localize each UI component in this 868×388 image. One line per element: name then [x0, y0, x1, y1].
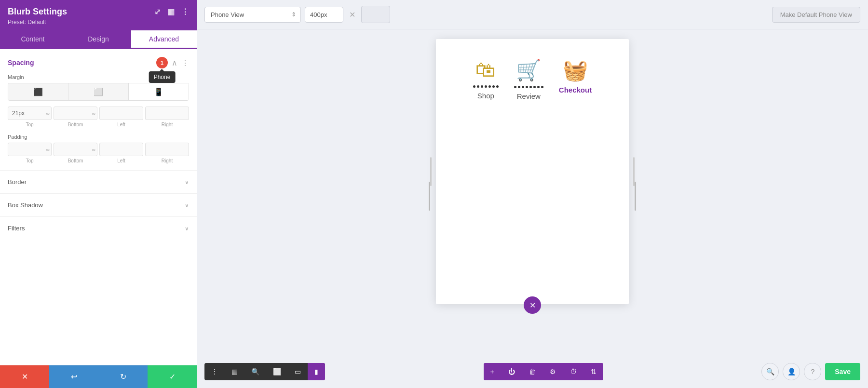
user-circle-btn[interactable]: 👤 [783, 363, 800, 380]
spacing-title: Spacing [8, 59, 34, 67]
view-select-wrapper: Phone View Desktop View Tablet View ⇕ [204, 7, 301, 23]
confirm-button[interactable]: ✓ [148, 365, 197, 388]
drag-handle-left[interactable] [430, 157, 432, 186]
shop-dots [473, 85, 499, 88]
phone-btn[interactable]: 📱 [129, 83, 189, 100]
center-delete-btn[interactable]: 🗑 [522, 363, 542, 380]
blurb-shop: 🛍 Shop [465, 58, 506, 100]
padding-bottom-input[interactable] [54, 143, 97, 156]
padding-top-input[interactable] [8, 143, 52, 156]
panel-title-row: Blurb Settings ⤢ ▦ ⋮ [8, 7, 189, 17]
checkout-label: Checkout [559, 86, 592, 94]
padding-inputs: ∞ ∞ [8, 143, 189, 156]
margin-top-input[interactable] [8, 107, 52, 120]
search-circle-btn[interactable]: 🔍 [761, 363, 779, 380]
review-dots [514, 86, 543, 88]
view-select[interactable]: Phone View Desktop View Tablet View [204, 7, 301, 23]
margin-left-input[interactable] [99, 107, 143, 120]
padding-right-input[interactable] [145, 143, 189, 156]
left-panel: Blurb Settings ⤢ ▦ ⋮ Preset: Default Con… [0, 0, 197, 388]
outer-drag-handle-right[interactable] [635, 182, 636, 211]
help-circle-btn[interactable]: ? [804, 363, 821, 380]
center-arrange-btn[interactable]: ⇅ [584, 363, 603, 380]
link-icon-pad-bottom[interactable]: ∞ [92, 147, 95, 152]
panel-body: Spacing 1 Phone ∧ ⋮ Margin ⬛ ⬜ 📱 [0, 49, 197, 365]
margin-bottom-group: ∞ [54, 107, 97, 120]
phone-badge-wrapper: 1 Phone [156, 57, 168, 68]
padding-left-input[interactable] [99, 143, 143, 156]
box-shadow-header[interactable]: Box Shadow ∨ [0, 194, 197, 216]
shop-label: Shop [477, 92, 494, 100]
toolbar-desktop-btn[interactable]: ⬜ [266, 363, 288, 380]
spacing-more[interactable]: ⋮ [181, 58, 189, 67]
checkout-icon: 🧺 [563, 58, 588, 82]
width-input[interactable] [305, 7, 343, 23]
undo-button[interactable]: ↩ [49, 365, 98, 388]
desktop-btn[interactable]: ⬛ [8, 83, 68, 100]
expand-icon[interactable]: ⤢ [154, 7, 161, 16]
toolbar-grid-btn[interactable]: ▦ [225, 363, 244, 380]
make-default-button[interactable]: Make Default Phone View [772, 7, 860, 23]
margin-right-input[interactable] [145, 107, 189, 120]
border-section: Border ∨ [0, 170, 197, 193]
border-arrow: ∨ [185, 179, 189, 186]
padding-right-group [145, 143, 189, 156]
margin-top-group: ∞ [8, 107, 52, 120]
toolbar-search-btn[interactable]: 🔍 [244, 363, 266, 380]
border-header[interactable]: Border ∨ [0, 171, 197, 193]
filters-arrow: ∨ [185, 225, 189, 232]
filters-header[interactable]: Filters ∨ [0, 217, 197, 240]
left-toolbar: ⋮ ▦ 🔍 ⬜ ▭ ▮ [204, 363, 325, 380]
center-add-btn[interactable]: + [484, 363, 501, 380]
link-icon-pad-top[interactable]: ∞ [46, 147, 50, 152]
canvas-close-button[interactable]: ✕ [524, 296, 541, 314]
save-button[interactable]: Save [825, 363, 860, 380]
device-buttons-margin: ⬛ ⬜ 📱 [8, 83, 189, 101]
center-settings-btn[interactable]: ⚙ [543, 363, 563, 380]
box-shadow-arrow: ∨ [185, 202, 189, 209]
canvas-area: 🛍 Shop 🛒 [197, 29, 868, 363]
redo-button[interactable]: ↻ [98, 365, 148, 388]
box-shadow-title: Box Shadow [8, 201, 43, 209]
tablet-btn[interactable]: ⬜ [68, 83, 129, 100]
color-swatch[interactable] [361, 6, 390, 23]
center-power-btn[interactable]: ⏻ [502, 363, 522, 380]
center-timer-btn[interactable]: ⏱ [563, 363, 583, 380]
panel-title-icons: ⤢ ▦ ⋮ [154, 7, 189, 16]
columns-icon[interactable]: ▦ [167, 7, 175, 16]
margin-left-label: Left [99, 122, 143, 127]
link-icon-top[interactable]: ∞ [46, 111, 50, 116]
margin-bottom-input[interactable] [54, 107, 97, 120]
main-area: Phone View Desktop View Tablet View ⇕ ✕ … [197, 0, 868, 388]
phone-badge[interactable]: 1 [156, 57, 168, 68]
blurb-review: 🛒 Review [506, 58, 551, 100]
preset-label[interactable]: Preset: Default [8, 17, 189, 30]
spacing-toggle[interactable]: ∧ [172, 58, 177, 67]
margin-right-label: Right [145, 122, 189, 127]
tab-advanced[interactable]: Advanced [131, 30, 197, 49]
bottom-area: ⋮ ▦ 🔍 ⬜ ▭ ▮ + ⏻ 🗑 ⚙ ⏱ ⇅ 🔍 👤 ? Save [197, 363, 868, 388]
toolbar-tablet-btn[interactable]: ▭ [288, 363, 308, 380]
cancel-button[interactable]: ✕ [0, 365, 49, 388]
filters-title: Filters [8, 225, 25, 232]
filters-section: Filters ∨ [0, 216, 197, 240]
shop-icon: 🛍 [475, 58, 496, 81]
toolbar-phone-btn[interactable]: ▮ [308, 363, 325, 380]
tab-design[interactable]: Design [66, 30, 131, 49]
more-icon[interactable]: ⋮ [181, 7, 189, 16]
margin-label: Margin [8, 74, 189, 80]
blurb-row: 🛍 Shop 🛒 [446, 58, 619, 100]
tab-content[interactable]: Content [0, 30, 66, 49]
outer-drag-handle-left[interactable] [429, 182, 430, 211]
margin-right-group [145, 107, 189, 120]
link-icon-bottom[interactable]: ∞ [92, 111, 95, 116]
right-toolbar: 🔍 👤 ? Save [761, 363, 860, 380]
padding-top-group: ∞ [8, 143, 52, 156]
border-title: Border [8, 178, 27, 186]
phone-frame: 🛍 Shop 🛒 [436, 39, 629, 304]
toolbar-menu-btn[interactable]: ⋮ [204, 363, 225, 380]
blurb-checkout: 🧺 Checkout [551, 58, 599, 94]
clear-width-button[interactable]: ✕ [347, 8, 357, 21]
margin-input-labels: Top Bottom Left Right [8, 122, 189, 127]
review-label: Review [517, 92, 541, 100]
